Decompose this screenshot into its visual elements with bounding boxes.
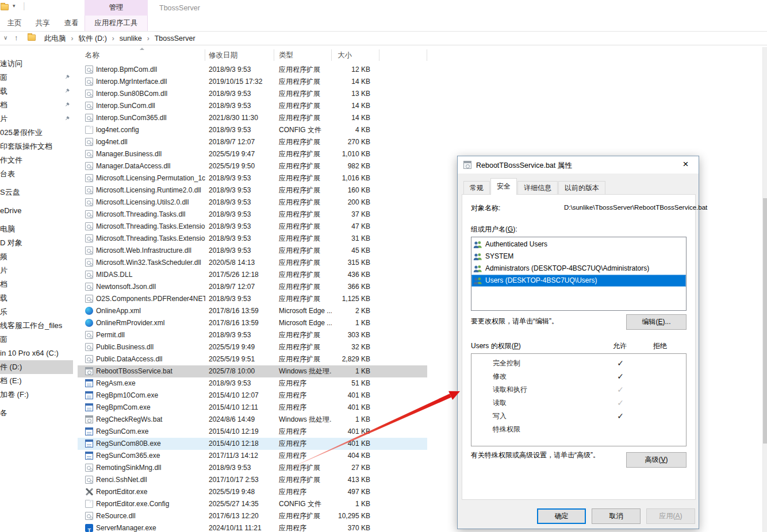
file-row[interactable]: RegCheckRegWs.bat2024/8/6 14:49Windows 批… bbox=[78, 414, 427, 426]
sidebar-item[interactable]: 片 bbox=[0, 264, 73, 277]
file-row[interactable]: log4net.dll2018/9/7 12:07应用程序扩展270 KB bbox=[78, 136, 427, 148]
vertical-scrollbar[interactable] bbox=[762, 47, 767, 532]
ribbon-tab-2[interactable]: 查看 bbox=[62, 16, 81, 31]
file-row[interactable]: Public.DataAccess.dll2025/5/19 9:51应用程序扩… bbox=[78, 353, 427, 365]
file-row[interactable]: Interop.MgrInterface.dll2019/10/15 17:32… bbox=[78, 76, 427, 88]
column-header-0[interactable]: 名称 bbox=[78, 47, 205, 63]
file-row[interactable]: OnlineRmProvider.xml2017/8/16 13:59Micro… bbox=[78, 317, 427, 329]
file-row[interactable]: ReSource.dll2017/6/13 12:20应用程序扩展10,295 … bbox=[78, 510, 427, 522]
sidebar-item[interactable]: 印套版操作文档 bbox=[0, 140, 73, 153]
sidebar-item[interactable]: eDrive bbox=[0, 204, 73, 218]
sidebar-item[interactable]: 频 bbox=[0, 250, 73, 264]
sidebar-item[interactable]: 乐 bbox=[0, 305, 73, 319]
file-row[interactable]: RegAsm.exe2018/9/3 9:53应用程序51 KB bbox=[78, 377, 427, 390]
breadcrumb-item-0[interactable]: 此电脑 bbox=[40, 34, 70, 44]
file-row[interactable]: Renci.SshNet.dll2017/10/17 2:53应用程序扩展413… bbox=[78, 474, 427, 486]
principal-item[interactable]: SYSTEM bbox=[471, 250, 686, 263]
file-row[interactable]: O2S.Components.PDFRender4NET.dll2018/9/3… bbox=[78, 293, 427, 305]
sidebar-item[interactable]: in 10 Pro x64 (C:) bbox=[0, 346, 73, 360]
sidebar-item[interactable]: 速访问 bbox=[0, 57, 73, 71]
file-row[interactable]: Microsoft.Threading.Tasks.Extension...20… bbox=[78, 221, 427, 233]
quick-access-folder-icon[interactable] bbox=[1, 4, 9, 12]
up-one-level-icon[interactable]: ↑ bbox=[14, 33, 18, 42]
sidebar-item[interactable]: 载 bbox=[0, 291, 73, 305]
file-row[interactable]: MIDAS.DLL2017/5/26 12:18应用程序扩展436 KB bbox=[78, 269, 427, 281]
qat-dropdown-icon[interactable]: ▾ bbox=[13, 3, 16, 9]
sidebar-item[interactable]: 档 (E:) bbox=[0, 374, 73, 388]
file-row[interactable]: Microsoft.Win32.TaskScheduler.dll2020/5/… bbox=[78, 257, 427, 269]
breadcrumb-item-1[interactable]: 软件 (D:) bbox=[75, 34, 111, 44]
file-row[interactable]: Microsoft.Web.Infrastructure.dll2018/9/3… bbox=[78, 245, 427, 257]
tab-application-tools[interactable]: 应用程序工具 bbox=[85, 16, 148, 31]
breadcrumb-item-2[interactable]: sunlike bbox=[116, 34, 146, 43]
scrollbar-thumb[interactable] bbox=[763, 198, 767, 444]
file-row[interactable]: Microsoft.Threading.Tasks.dll2018/9/3 9:… bbox=[78, 209, 427, 221]
file-row[interactable]: RegSunCom80B.exe2015/4/10 12:18应用程序401 K… bbox=[78, 438, 427, 450]
sidebar-item[interactable]: S云盘 bbox=[0, 186, 73, 199]
file-date-cell: 2018/9/3 9:53 bbox=[205, 184, 274, 196]
column-header-3[interactable]: 大小 bbox=[332, 47, 379, 63]
sidebar-item[interactable]: 线客服工作台_files bbox=[0, 319, 73, 333]
sidebar-item[interactable]: 面 bbox=[0, 71, 73, 84]
edit-button[interactable]: 编辑(E)... bbox=[626, 314, 687, 330]
file-row[interactable]: Newtonsoft.Json.dll2018/9/7 12:07应用程序扩展3… bbox=[78, 281, 427, 293]
dialog-tab-详细信息[interactable]: 详细信息 bbox=[517, 181, 558, 195]
file-row[interactable]: ServerManager.exe2024/10/11 11:21应用程序370… bbox=[78, 522, 427, 532]
sidebar-item[interactable]: 加卷 (F:) bbox=[0, 388, 73, 402]
principal-item[interactable]: Authenticated Users bbox=[471, 238, 686, 250]
column-header-1[interactable]: 修改日期 bbox=[205, 47, 274, 63]
sidebar-item[interactable]: 件 (D:) bbox=[0, 360, 73, 374]
file-row[interactable]: OnlineApp.xml2017/8/16 13:59Microsoft Ed… bbox=[78, 305, 427, 317]
sidebar-item[interactable]: 各 bbox=[0, 406, 73, 420]
file-row[interactable]: RebootTBossService.bat2025/7/8 10:00Wind… bbox=[78, 365, 427, 377]
file-row[interactable]: RegSunCom.exe2015/4/10 12:19应用程序401 KB bbox=[78, 426, 427, 438]
file-row[interactable]: log4net.config2018/9/3 9:53CONFIG 文件4 KB bbox=[78, 124, 427, 136]
recent-locations-chevron-icon[interactable]: ∨ bbox=[3, 34, 7, 41]
file-row[interactable]: Interop.BpmCom.dll2018/9/3 9:53应用程序扩展12 … bbox=[78, 64, 427, 76]
file-row[interactable]: Microsoft.Threading.Tasks.Extension...20… bbox=[78, 233, 427, 245]
file-row[interactable]: RegSunCom365.exe2017/11/3 14:12应用程序404 K… bbox=[78, 450, 427, 462]
file-row[interactable]: Manager.Business.dll2025/5/19 9:47应用程序扩展… bbox=[78, 148, 427, 160]
sidebar-item[interactable]: 档 bbox=[0, 277, 73, 291]
file-row[interactable]: Interop.Sun80BCom.dll2018/9/3 9:53应用程序扩展… bbox=[78, 88, 427, 100]
dialog-tab-以前的版本[interactable]: 以前的版本 bbox=[558, 181, 605, 195]
file-row[interactable]: Microsoft.Licensing.Permutation_1cc0...2… bbox=[78, 172, 427, 184]
sidebar-item[interactable]: 025暑假作业 bbox=[0, 126, 73, 140]
close-icon[interactable]: × bbox=[673, 156, 699, 174]
group-usernames-listbox[interactable]: Authenticated UsersSYSTEMAdministrators … bbox=[471, 237, 687, 311]
sidebar-item[interactable]: 电脑 bbox=[0, 222, 73, 236]
breadcrumb-item-3[interactable]: TbossServer bbox=[151, 34, 200, 43]
cancel-button[interactable]: 取消 bbox=[592, 508, 641, 524]
exe-file-icon bbox=[85, 403, 93, 411]
sidebar-item[interactable]: 档 bbox=[0, 98, 73, 112]
file-row[interactable]: Permit.dll2018/9/3 9:53应用程序扩展303 KB bbox=[78, 329, 427, 341]
file-type-cell: Microsoft Edge ... bbox=[274, 305, 332, 317]
file-row[interactable]: Manager.DataAccess.dll2025/5/19 9:50应用程序… bbox=[78, 160, 427, 172]
file-row[interactable]: Public.Business.dll2025/5/19 9:49应用程序扩展3… bbox=[78, 341, 427, 353]
principal-item[interactable]: Users (DESKTOP-4BSC7UQ\Users) bbox=[471, 275, 686, 287]
file-date-cell: 2017/10/17 2:53 bbox=[205, 474, 274, 486]
file-row[interactable]: Microsoft.Licensing.Runtime2.0.dll2018/9… bbox=[78, 184, 427, 196]
sidebar-item[interactable]: 作文件 bbox=[0, 153, 73, 167]
ribbon-tab-1[interactable]: 共享 bbox=[32, 16, 53, 31]
file-row[interactable]: Interop.SunCom365.dll2021/8/30 11:30应用程序… bbox=[78, 112, 427, 124]
sidebar-item[interactable]: 载 bbox=[0, 84, 73, 98]
file-row[interactable]: Interop.SunCom.dll2018/9/3 9:53应用程序扩展14 … bbox=[78, 100, 427, 112]
dialog-tab-安全[interactable]: 安全 bbox=[490, 178, 517, 195]
sidebar-item[interactable]: D 对象 bbox=[0, 236, 73, 250]
file-row[interactable]: RemotingSinkMng.dll2018/9/3 9:53应用程序扩展27… bbox=[78, 462, 427, 474]
dialog-tab-常规[interactable]: 常规 bbox=[463, 181, 490, 195]
column-header-2[interactable]: 类型 bbox=[274, 47, 332, 63]
file-row[interactable]: ReportEditor.exe.Config2025/5/27 14:35CO… bbox=[78, 498, 427, 510]
ribbon-tab-0[interactable]: 主页 bbox=[5, 16, 24, 31]
sidebar-item[interactable]: 面 bbox=[0, 333, 73, 346]
file-row[interactable]: RegBpmCom.exe2015/4/10 12:11应用程序401 KB bbox=[78, 402, 427, 414]
sidebar-item[interactable]: 片 bbox=[0, 112, 73, 126]
ok-button[interactable]: 确定 bbox=[537, 508, 586, 524]
file-row[interactable]: ReportEditor.exe2025/5/19 9:48应用程序497 KB bbox=[78, 486, 427, 498]
file-row[interactable]: Microsoft.Licensing.Utils2.0.dll2018/9/3… bbox=[78, 196, 427, 209]
file-row[interactable]: RegBpm10Com.exe2015/4/10 12:07应用程序401 KB bbox=[78, 390, 427, 402]
advanced-button[interactable]: 高级(V) bbox=[626, 452, 687, 468]
principal-item[interactable]: Administrators (DESKTOP-4BSC7UQ\Administ… bbox=[471, 263, 686, 275]
sidebar-item[interactable]: 台表 bbox=[0, 167, 73, 181]
